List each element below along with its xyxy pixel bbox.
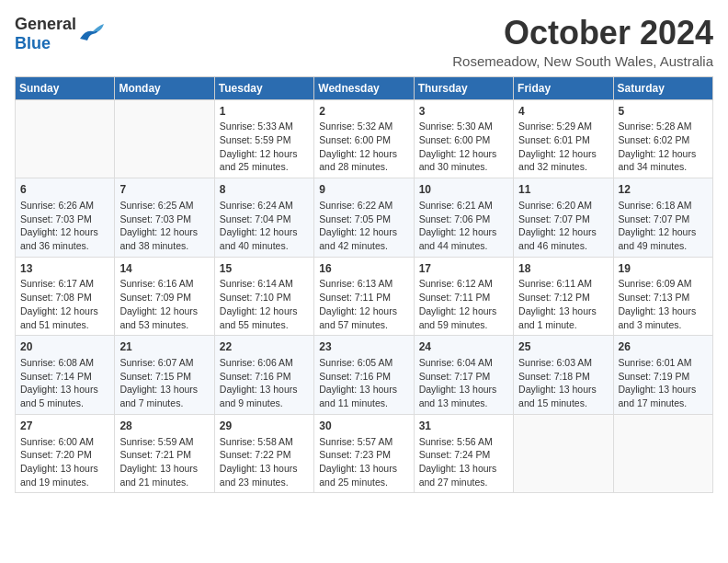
calendar-cell: 5Sunrise: 5:28 AMSunset: 6:02 PMDaylight… xyxy=(613,99,712,178)
sunrise-text: Sunrise: 5:33 AM xyxy=(220,121,293,132)
day-number: 23 xyxy=(319,339,408,355)
daylight-text: Daylight: 13 hours and 11 minutes. xyxy=(319,384,397,408)
calendar-cell: 7Sunrise: 6:25 AMSunset: 7:03 PMDaylight… xyxy=(115,178,214,258)
calendar-cell: 13Sunrise: 6:17 AMSunset: 7:08 PMDayligh… xyxy=(16,257,115,336)
calendar-cell xyxy=(514,414,613,493)
calendar-cell: 11Sunrise: 6:20 AMSunset: 7:07 PMDayligh… xyxy=(514,178,613,258)
calendar-week-1: 1Sunrise: 5:33 AMSunset: 5:59 PMDaylight… xyxy=(16,99,713,178)
day-number: 14 xyxy=(119,261,209,277)
day-number: 12 xyxy=(619,182,708,198)
sunset-text: Sunset: 7:16 PM xyxy=(319,371,391,382)
sunset-text: Sunset: 6:00 PM xyxy=(419,134,491,145)
daylight-text: Daylight: 13 hours and 9 minutes. xyxy=(220,384,298,408)
sunrise-text: Sunrise: 6:14 AM xyxy=(220,278,293,289)
calendar-cell: 22Sunrise: 6:06 AMSunset: 7:16 PMDayligh… xyxy=(214,336,313,415)
sunset-text: Sunset: 5:59 PM xyxy=(220,134,291,145)
daylight-text: Daylight: 12 hours and 57 minutes. xyxy=(319,305,397,330)
day-number: 1 xyxy=(220,104,309,120)
daylight-text: Daylight: 12 hours and 42 minutes. xyxy=(319,226,397,251)
calendar-cell: 28Sunrise: 5:59 AMSunset: 7:21 PMDayligh… xyxy=(115,414,214,493)
sunrise-text: Sunrise: 6:13 AM xyxy=(319,278,392,289)
title-block: October 2024 Rosemeadow, New South Wales… xyxy=(452,15,713,69)
daylight-text: Daylight: 12 hours and 25 minutes. xyxy=(220,148,298,173)
sunrise-text: Sunrise: 6:16 AM xyxy=(119,278,193,289)
daylight-text: Daylight: 12 hours and 55 minutes. xyxy=(220,305,298,330)
daylight-text: Daylight: 13 hours and 27 minutes. xyxy=(419,463,497,488)
day-number: 22 xyxy=(220,339,309,355)
daylight-text: Daylight: 12 hours and 44 minutes. xyxy=(419,226,497,251)
location-text: Rosemeadow, New South Wales, Australia xyxy=(452,53,713,69)
sunrise-text: Sunrise: 6:18 AM xyxy=(619,200,692,211)
day-header-tuesday: Tuesday xyxy=(214,76,313,99)
day-number: 29 xyxy=(220,419,309,434)
calendar-cell: 21Sunrise: 6:07 AMSunset: 7:15 PMDayligh… xyxy=(115,336,214,415)
calendar-week-5: 27Sunrise: 6:00 AMSunset: 7:20 PMDayligh… xyxy=(16,414,713,493)
sunset-text: Sunset: 7:19 PM xyxy=(619,371,690,382)
day-number: 31 xyxy=(419,419,508,434)
calendar-cell: 3Sunrise: 5:30 AMSunset: 6:00 PMDaylight… xyxy=(414,99,513,178)
calendar-header-row: SundayMondayTuesdayWednesdayThursdayFrid… xyxy=(16,76,713,99)
daylight-text: Daylight: 13 hours and 21 minutes. xyxy=(119,463,198,488)
calendar-cell: 27Sunrise: 6:00 AMSunset: 7:20 PMDayligh… xyxy=(16,414,115,493)
sunset-text: Sunset: 7:03 PM xyxy=(119,213,191,224)
sunset-text: Sunset: 7:04 PM xyxy=(220,213,291,224)
daylight-text: Daylight: 13 hours and 13 minutes. xyxy=(419,384,497,408)
daylight-text: Daylight: 12 hours and 32 minutes. xyxy=(518,148,597,173)
calendar-cell: 18Sunrise: 6:11 AMSunset: 7:12 PMDayligh… xyxy=(514,257,613,336)
daylight-text: Daylight: 12 hours and 34 minutes. xyxy=(619,148,697,173)
calendar-cell: 14Sunrise: 6:16 AMSunset: 7:09 PMDayligh… xyxy=(115,257,214,336)
day-number: 2 xyxy=(319,104,408,120)
calendar-cell: 24Sunrise: 6:04 AMSunset: 7:17 PMDayligh… xyxy=(414,336,513,415)
calendar-cell: 15Sunrise: 6:14 AMSunset: 7:10 PMDayligh… xyxy=(214,257,313,336)
calendar-week-2: 6Sunrise: 6:26 AMSunset: 7:03 PMDaylight… xyxy=(16,178,713,258)
logo: General Blue xyxy=(15,15,104,53)
calendar-cell xyxy=(613,414,712,493)
calendar-cell: 19Sunrise: 6:09 AMSunset: 7:13 PMDayligh… xyxy=(613,257,712,336)
calendar-cell: 30Sunrise: 5:57 AMSunset: 7:23 PMDayligh… xyxy=(314,414,414,493)
sunset-text: Sunset: 7:05 PM xyxy=(319,213,391,224)
daylight-text: Daylight: 13 hours and 25 minutes. xyxy=(319,463,397,488)
day-number: 8 xyxy=(220,182,309,198)
calendar-cell: 9Sunrise: 6:22 AMSunset: 7:05 PMDaylight… xyxy=(314,178,414,258)
sunrise-text: Sunrise: 5:28 AM xyxy=(619,121,692,132)
day-number: 4 xyxy=(518,104,608,120)
logo-general-text: General xyxy=(15,15,76,33)
sunset-text: Sunset: 7:07 PM xyxy=(518,213,590,224)
day-number: 5 xyxy=(619,104,708,120)
daylight-text: Daylight: 13 hours and 3 minutes. xyxy=(619,305,697,330)
sunrise-text: Sunrise: 6:22 AM xyxy=(319,200,392,211)
calendar-cell: 1Sunrise: 5:33 AMSunset: 5:59 PMDaylight… xyxy=(214,99,313,178)
calendar-cell: 10Sunrise: 6:21 AMSunset: 7:06 PMDayligh… xyxy=(414,178,513,258)
day-number: 7 xyxy=(119,182,209,198)
calendar-cell: 25Sunrise: 6:03 AMSunset: 7:18 PMDayligh… xyxy=(514,336,613,415)
daylight-text: Daylight: 13 hours and 19 minutes. xyxy=(20,463,98,488)
day-header-saturday: Saturday xyxy=(613,76,712,99)
day-number: 30 xyxy=(319,419,408,434)
sunrise-text: Sunrise: 6:20 AM xyxy=(518,200,592,211)
daylight-text: Daylight: 12 hours and 36 minutes. xyxy=(20,226,98,251)
sunrise-text: Sunrise: 6:11 AM xyxy=(518,278,592,289)
sunset-text: Sunset: 7:18 PM xyxy=(518,371,590,382)
calendar-cell: 17Sunrise: 6:12 AMSunset: 7:11 PMDayligh… xyxy=(414,257,513,336)
logo-blue-text: Blue xyxy=(15,34,51,52)
daylight-text: Daylight: 12 hours and 40 minutes. xyxy=(220,226,298,251)
sunrise-text: Sunrise: 5:58 AM xyxy=(220,436,293,447)
sunrise-text: Sunrise: 6:04 AM xyxy=(419,357,493,368)
sunrise-text: Sunrise: 6:05 AM xyxy=(319,357,392,368)
day-header-monday: Monday xyxy=(115,76,214,99)
sunrise-text: Sunrise: 6:17 AM xyxy=(20,278,94,289)
daylight-text: Daylight: 12 hours and 28 minutes. xyxy=(319,148,397,173)
day-number: 21 xyxy=(119,339,209,355)
logo-bird-icon xyxy=(78,22,104,42)
day-number: 28 xyxy=(119,419,209,434)
sunset-text: Sunset: 7:08 PM xyxy=(20,292,92,303)
calendar-cell: 12Sunrise: 6:18 AMSunset: 7:07 PMDayligh… xyxy=(613,178,712,258)
sunrise-text: Sunrise: 6:03 AM xyxy=(518,357,592,368)
calendar-cell: 6Sunrise: 6:26 AMSunset: 7:03 PMDaylight… xyxy=(16,178,115,258)
daylight-text: Daylight: 12 hours and 46 minutes. xyxy=(518,226,597,251)
sunset-text: Sunset: 7:06 PM xyxy=(419,213,491,224)
sunrise-text: Sunrise: 5:29 AM xyxy=(518,121,592,132)
day-number: 19 xyxy=(619,261,708,277)
sunset-text: Sunset: 7:14 PM xyxy=(20,371,92,382)
daylight-text: Daylight: 13 hours and 23 minutes. xyxy=(220,463,298,488)
